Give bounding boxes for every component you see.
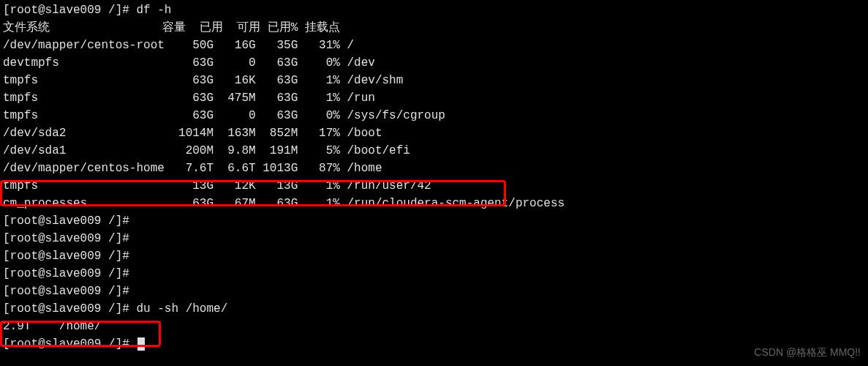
du-size: 2.9T [3,320,31,333]
prompt-empty-3: [root@slave009 /]# [3,247,865,265]
df-row: cm_processes 63G 67M 63G 1% /run/clouder… [3,195,865,212]
df-row: tmpfs 63G 16K 63G 1% /dev/shm [3,72,865,89]
hdr-mount: 挂载点 [305,21,340,34]
hdr-size: 容量 [162,21,186,34]
df-row: /dev/mapper/centos-home 7.6T 6.6T 1013G … [3,160,865,177]
prompt-empty-1: [root@slave009 /]# [3,212,865,230]
du-path: /home/ [59,320,102,333]
df-row: /dev/mapper/centos-root 50G 16G 35G 31% … [3,37,865,54]
hdr-used: 已用 [200,21,223,34]
prompt-line-df: [root@slave009 /]# df -h [3,1,865,19]
hdr-fs: 文件系统 [3,21,50,34]
prompt-empty-5: [root@slave009 /]# [3,283,865,300]
watermark-text: CSDN @格格巫 MMQ!! [754,345,861,360]
prompt: [root@slave009 /]# [3,4,129,17]
command-du: du -sh /home/ [136,302,227,315]
prompt-final: [root@slave009 /]# [3,335,865,353]
prompt-empty-4: [root@slave009 /]# [3,265,865,283]
df-header: 文件系统 容量 已用 可用 已用% 挂载点 [3,19,865,37]
prompt-empty-2: [root@slave009 /]# [3,230,865,247]
du-output: 2.9T /home/ [3,318,865,335]
command-df: df -h [136,4,171,17]
cursor-icon[interactable] [137,337,145,351]
df-row: tmpfs 13G 12K 13G 1% /run/user/42 [3,177,865,195]
hdr-avail: 可用 [237,21,260,34]
df-row: tmpfs 63G 475M 63G 1% /run [3,89,865,107]
hdr-pct: 已用% [268,21,298,34]
df-output-rows: /dev/mapper/centos-root 50G 16G 35G 31% … [3,37,865,212]
df-row: devtmpfs 63G 0 63G 0% /dev [3,54,865,72]
df-row: /dev/sda2 1014M 163M 852M 17% /boot [3,124,865,142]
prompt-line-du: [root@slave009 /]# du -sh /home/ [3,300,865,318]
df-row: /dev/sda1 200M 9.8M 191M 5% /boot/efi [3,142,865,160]
df-row: tmpfs 63G 0 63G 0% /sys/fs/cgroup [3,107,865,124]
